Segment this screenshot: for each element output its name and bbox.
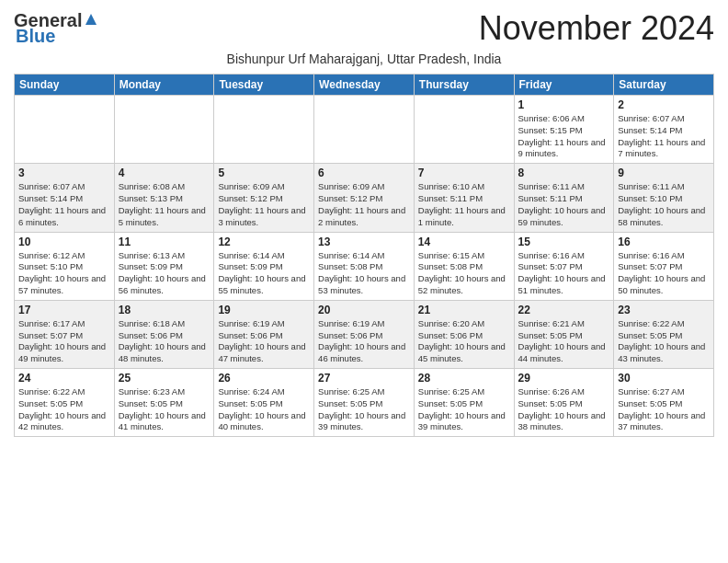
day-cell: 12Sunrise: 6:14 AMSunset: 5:09 PMDayligh…: [214, 232, 314, 300]
day-info: Sunrise: 6:19 AMSunset: 5:06 PMDaylight:…: [318, 318, 410, 365]
day-number: 1: [518, 98, 610, 111]
day-cell: 13Sunrise: 6:14 AMSunset: 5:08 PMDayligh…: [314, 232, 415, 300]
day-info: Sunrise: 6:14 AMSunset: 5:08 PMDaylight:…: [318, 250, 410, 297]
day-cell: 27Sunrise: 6:25 AMSunset: 5:05 PMDayligh…: [314, 369, 415, 437]
day-cell: 25Sunrise: 6:23 AMSunset: 5:05 PMDayligh…: [114, 369, 214, 437]
day-cell: [15, 96, 115, 164]
day-cell: 7Sunrise: 6:10 AMSunset: 5:11 PMDaylight…: [414, 164, 514, 232]
day-cell: 3Sunrise: 6:07 AMSunset: 5:14 PMDaylight…: [15, 164, 115, 232]
day-info: Sunrise: 6:07 AMSunset: 5:14 PMDaylight:…: [618, 113, 710, 160]
day-cell: 4Sunrise: 6:08 AMSunset: 5:13 PMDaylight…: [114, 164, 214, 232]
day-number: 10: [18, 236, 110, 248]
day-info: Sunrise: 6:23 AMSunset: 5:05 PMDaylight:…: [119, 386, 210, 433]
day-cell: 22Sunrise: 6:21 AMSunset: 5:05 PMDayligh…: [514, 300, 614, 368]
day-cell: [414, 96, 514, 164]
day-cell: 5Sunrise: 6:09 AMSunset: 5:12 PMDaylight…: [214, 164, 314, 232]
day-info: Sunrise: 6:22 AMSunset: 5:05 PMDaylight:…: [618, 318, 710, 365]
day-number: 20: [318, 304, 410, 316]
col-header-saturday: Saturday: [614, 75, 714, 96]
page: General Blue November 2024 Bishunpur Urf…: [0, 0, 728, 451]
day-cell: 18Sunrise: 6:18 AMSunset: 5:06 PMDayligh…: [114, 300, 214, 368]
day-number: 13: [318, 236, 410, 248]
day-cell: 11Sunrise: 6:13 AMSunset: 5:09 PMDayligh…: [114, 232, 214, 300]
day-info: Sunrise: 6:09 AMSunset: 5:12 PMDaylight:…: [318, 181, 410, 228]
day-cell: 17Sunrise: 6:17 AMSunset: 5:07 PMDayligh…: [15, 300, 115, 368]
day-cell: [314, 96, 415, 164]
day-cell: 20Sunrise: 6:19 AMSunset: 5:06 PMDayligh…: [314, 300, 415, 368]
day-number: 27: [318, 372, 410, 385]
day-number: 16: [618, 236, 710, 248]
svg-marker-0: [85, 14, 97, 25]
month-title: November 2024: [479, 9, 714, 48]
day-cell: 8Sunrise: 6:11 AMSunset: 5:11 PMDaylight…: [514, 164, 614, 232]
day-number: 15: [518, 236, 610, 248]
day-number: 30: [618, 372, 710, 385]
logo-icon: [84, 12, 98, 27]
week-row-3: 10Sunrise: 6:12 AMSunset: 5:10 PMDayligh…: [15, 232, 714, 300]
day-cell: [114, 96, 214, 164]
day-info: Sunrise: 6:11 AMSunset: 5:10 PMDaylight:…: [618, 181, 710, 228]
logo-blue: Blue: [16, 26, 55, 47]
day-cell: 2Sunrise: 6:07 AMSunset: 5:14 PMDaylight…: [614, 96, 714, 164]
day-info: Sunrise: 6:12 AMSunset: 5:10 PMDaylight:…: [18, 250, 110, 297]
day-cell: 19Sunrise: 6:19 AMSunset: 5:06 PMDayligh…: [214, 300, 314, 368]
day-number: 11: [119, 236, 210, 248]
day-info: Sunrise: 6:09 AMSunset: 5:12 PMDaylight:…: [218, 181, 310, 228]
day-info: Sunrise: 6:14 AMSunset: 5:09 PMDaylight:…: [218, 250, 310, 297]
day-info: Sunrise: 6:25 AMSunset: 5:05 PMDaylight:…: [318, 386, 410, 433]
day-cell: 21Sunrise: 6:20 AMSunset: 5:06 PMDayligh…: [414, 300, 514, 368]
day-cell: 29Sunrise: 6:26 AMSunset: 5:05 PMDayligh…: [514, 369, 614, 437]
day-info: Sunrise: 6:07 AMSunset: 5:14 PMDaylight:…: [18, 181, 110, 228]
day-info: Sunrise: 6:20 AMSunset: 5:06 PMDaylight:…: [418, 318, 510, 365]
day-info: Sunrise: 6:22 AMSunset: 5:05 PMDaylight:…: [18, 386, 110, 433]
day-info: Sunrise: 6:11 AMSunset: 5:11 PMDaylight:…: [518, 181, 610, 228]
day-info: Sunrise: 6:18 AMSunset: 5:06 PMDaylight:…: [119, 318, 210, 365]
day-cell: [214, 96, 314, 164]
day-number: 25: [119, 372, 210, 385]
day-number: 7: [418, 167, 510, 179]
day-info: Sunrise: 6:16 AMSunset: 5:07 PMDaylight:…: [518, 250, 610, 297]
col-header-monday: Monday: [114, 75, 214, 96]
week-row-2: 3Sunrise: 6:07 AMSunset: 5:14 PMDaylight…: [15, 164, 714, 232]
day-number: 12: [218, 236, 310, 248]
day-info: Sunrise: 6:08 AMSunset: 5:13 PMDaylight:…: [119, 181, 210, 228]
day-number: 4: [119, 167, 210, 179]
day-cell: 1Sunrise: 6:06 AMSunset: 5:15 PMDaylight…: [514, 96, 614, 164]
day-info: Sunrise: 6:19 AMSunset: 5:06 PMDaylight:…: [218, 318, 310, 365]
day-number: 5: [218, 167, 310, 179]
day-number: 26: [218, 372, 310, 385]
day-number: 28: [418, 372, 510, 385]
day-number: 6: [318, 167, 410, 179]
day-info: Sunrise: 6:21 AMSunset: 5:05 PMDaylight:…: [518, 318, 610, 365]
day-number: 19: [218, 304, 310, 316]
day-info: Sunrise: 6:27 AMSunset: 5:05 PMDaylight:…: [618, 386, 710, 433]
day-cell: 15Sunrise: 6:16 AMSunset: 5:07 PMDayligh…: [514, 232, 614, 300]
day-info: Sunrise: 6:15 AMSunset: 5:08 PMDaylight:…: [418, 250, 510, 297]
day-info: Sunrise: 6:16 AMSunset: 5:07 PMDaylight:…: [618, 250, 710, 297]
day-info: Sunrise: 6:24 AMSunset: 5:05 PMDaylight:…: [218, 386, 310, 433]
day-cell: 6Sunrise: 6:09 AMSunset: 5:12 PMDaylight…: [314, 164, 415, 232]
week-row-4: 17Sunrise: 6:17 AMSunset: 5:07 PMDayligh…: [15, 300, 714, 368]
col-header-thursday: Thursday: [414, 75, 514, 96]
day-number: 24: [18, 372, 110, 385]
logo: General Blue: [14, 10, 98, 47]
day-cell: 24Sunrise: 6:22 AMSunset: 5:05 PMDayligh…: [15, 369, 115, 437]
day-info: Sunrise: 6:25 AMSunset: 5:05 PMDaylight:…: [418, 386, 510, 433]
day-cell: 30Sunrise: 6:27 AMSunset: 5:05 PMDayligh…: [614, 369, 714, 437]
day-number: 29: [518, 372, 610, 385]
day-info: Sunrise: 6:13 AMSunset: 5:09 PMDaylight:…: [119, 250, 210, 297]
day-number: 18: [119, 304, 210, 316]
day-cell: 9Sunrise: 6:11 AMSunset: 5:10 PMDaylight…: [614, 164, 714, 232]
day-number: 2: [618, 98, 710, 111]
col-header-friday: Friday: [514, 75, 614, 96]
day-cell: 23Sunrise: 6:22 AMSunset: 5:05 PMDayligh…: [614, 300, 714, 368]
day-number: 8: [518, 167, 610, 179]
day-info: Sunrise: 6:10 AMSunset: 5:11 PMDaylight:…: [418, 181, 510, 228]
calendar-table: SundayMondayTuesdayWednesdayThursdayFrid…: [14, 74, 714, 437]
day-number: 23: [618, 304, 710, 316]
day-info: Sunrise: 6:26 AMSunset: 5:05 PMDaylight:…: [518, 386, 610, 433]
day-number: 3: [18, 167, 110, 179]
col-header-sunday: Sunday: [15, 75, 115, 96]
day-cell: 26Sunrise: 6:24 AMSunset: 5:05 PMDayligh…: [214, 369, 314, 437]
header-row: SundayMondayTuesdayWednesdayThursdayFrid…: [15, 75, 714, 96]
